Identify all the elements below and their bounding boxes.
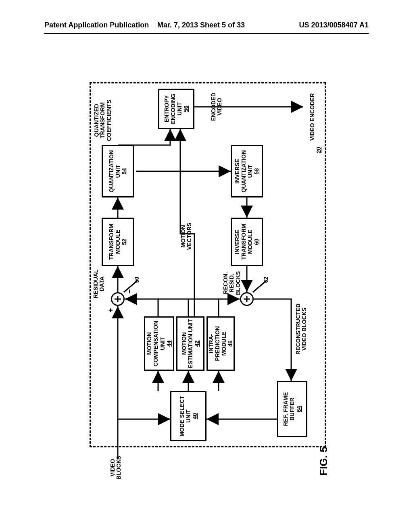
inverse-quantization-unit: INVERSE QUANTIZATION UNIT58 xyxy=(231,145,263,197)
label-recon-resid: RECON. RESID. BLOCKS xyxy=(223,271,241,295)
transform-module: TRANSFORM MODULE52 xyxy=(102,218,134,266)
figure-label: FIG. 5 xyxy=(317,447,330,476)
entropy-encoding-unit: ENTROPY ENCODING UNIT56 xyxy=(158,89,194,129)
ref-frame-buffer: REF. FRAME BUFFER64 xyxy=(277,381,307,437)
header-rule xyxy=(44,33,369,34)
header-left: Patent Application Publication xyxy=(44,21,149,29)
header-center: Mar. 7, 2013 Sheet 5 of 33 xyxy=(157,21,245,29)
intra-prediction-module: INTRA- PREDICTION MODULE46 xyxy=(206,316,235,371)
summer-50-minus: – xyxy=(125,289,133,293)
inverse-transform-module: INVERSE TRANSFORM MODULE60 xyxy=(231,218,263,266)
summer-62 xyxy=(240,292,254,306)
label-encoded-video: ENCODED VIDEO xyxy=(211,93,223,121)
summer-62-label: 62 xyxy=(263,276,269,283)
motion-compensation-unit: MOTION COMPENSATION UNIT44 xyxy=(144,316,174,371)
video-encoder-label: VIDEO ENCODER20 xyxy=(303,93,328,153)
label-residual-data: RESIDUAL DATA xyxy=(93,269,105,298)
summer-50-plus: + xyxy=(106,308,115,312)
summer-50-label: 50 xyxy=(134,276,140,283)
summer-50 xyxy=(111,292,125,306)
label-video-blocks: VIDEO BLOCKS xyxy=(110,456,122,480)
label-quantized-coeffs: QUANTIZED TRANSFORM COEFFICIENTS xyxy=(94,100,112,141)
quantization-unit: QUANTIZATION UNIT54 xyxy=(102,145,134,197)
diagram: VIDEO ENCODER20 MODE SELECT UNIT40 MOTIO… xyxy=(77,73,336,476)
label-motion-vectors: MOTION VECTORS xyxy=(180,223,193,250)
mode-select-unit: MODE SELECT UNIT40 xyxy=(170,391,206,441)
header-right: US 2013/0058407 A1 xyxy=(299,21,369,29)
motion-estimation-unit: MOTION ESTIMATION UNIT42 xyxy=(176,316,204,371)
label-recon-video: RECONSTRUCTED VIDEO BLOCKS xyxy=(295,303,308,355)
